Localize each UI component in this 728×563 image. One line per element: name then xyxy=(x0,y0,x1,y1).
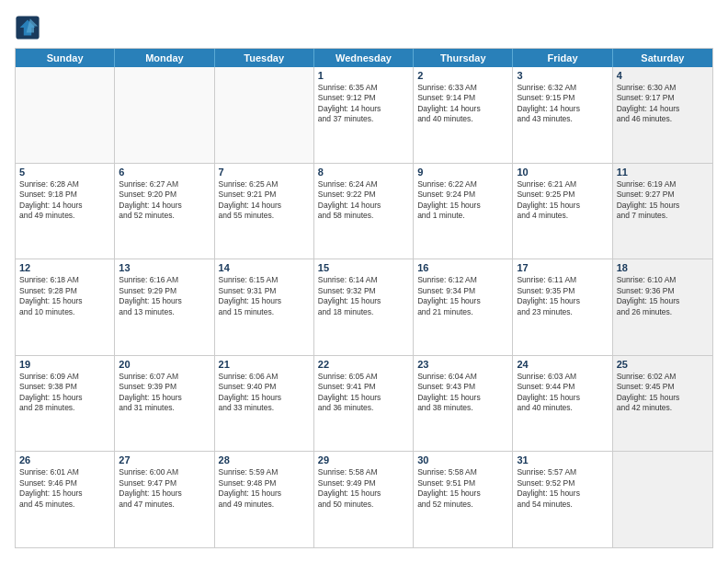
cell-text: Sunrise: 6:27 AM Sunset: 9:20 PM Dayligh… xyxy=(119,179,210,222)
day-number: 10 xyxy=(517,167,608,178)
day-number: 31 xyxy=(517,454,608,465)
day-number: 17 xyxy=(517,262,608,273)
cell-text: Sunrise: 6:25 AM Sunset: 9:21 PM Dayligh… xyxy=(219,179,310,222)
cell-text: Sunrise: 6:01 AM Sunset: 9:46 PM Dayligh… xyxy=(19,467,110,510)
cal-cell-day-23: 23Sunrise: 6:04 AM Sunset: 9:43 PM Dayli… xyxy=(414,356,513,452)
header xyxy=(15,15,713,40)
cal-cell-day-16: 16Sunrise: 6:12 AM Sunset: 9:34 PM Dayli… xyxy=(414,259,513,355)
header-day-tuesday: Tuesday xyxy=(215,49,314,67)
cal-cell-day-13: 13Sunrise: 6:16 AM Sunset: 9:29 PM Dayli… xyxy=(115,259,214,355)
day-number: 25 xyxy=(617,359,709,370)
cal-cell-day-30: 30Sunrise: 5:58 AM Sunset: 9:51 PM Dayli… xyxy=(414,452,513,547)
logo xyxy=(15,15,44,40)
cal-cell-day-27: 27Sunrise: 6:00 AM Sunset: 9:47 PM Dayli… xyxy=(115,452,214,547)
cal-cell-day-29: 29Sunrise: 5:58 AM Sunset: 9:49 PM Dayli… xyxy=(314,452,414,547)
cell-text: Sunrise: 6:35 AM Sunset: 9:12 PM Dayligh… xyxy=(318,83,409,125)
cell-text: Sunrise: 6:21 AM Sunset: 9:25 PM Dayligh… xyxy=(517,179,608,222)
cell-text: Sunrise: 6:02 AM Sunset: 9:45 PM Dayligh… xyxy=(617,372,709,414)
cal-cell-day-14: 14Sunrise: 6:15 AM Sunset: 9:31 PM Dayli… xyxy=(215,259,314,355)
cal-cell-day-1: 1Sunrise: 6:35 AM Sunset: 9:12 PM Daylig… xyxy=(314,67,414,163)
day-number: 1 xyxy=(318,70,409,81)
day-number: 20 xyxy=(119,359,210,370)
cell-text: Sunrise: 5:58 AM Sunset: 9:51 PM Dayligh… xyxy=(417,467,508,510)
day-number: 6 xyxy=(119,167,210,178)
logo-icon xyxy=(15,15,40,40)
day-number: 18 xyxy=(617,262,709,273)
day-number: 30 xyxy=(417,454,508,465)
day-number: 3 xyxy=(517,70,608,81)
cal-cell-day-2: 2Sunrise: 6:33 AM Sunset: 9:14 PM Daylig… xyxy=(414,67,513,163)
day-number: 7 xyxy=(219,167,310,178)
calendar-body: 1Sunrise: 6:35 AM Sunset: 9:12 PM Daylig… xyxy=(16,67,712,547)
cell-text: Sunrise: 6:22 AM Sunset: 9:24 PM Dayligh… xyxy=(417,179,508,222)
cell-text: Sunrise: 6:00 AM Sunset: 9:47 PM Dayligh… xyxy=(119,467,210,510)
cal-cell-day-5: 5Sunrise: 6:28 AM Sunset: 9:18 PM Daylig… xyxy=(16,164,115,259)
cell-text: Sunrise: 6:09 AM Sunset: 9:38 PM Dayligh… xyxy=(19,372,110,414)
cell-text: Sunrise: 6:33 AM Sunset: 9:14 PM Dayligh… xyxy=(417,83,508,125)
cell-text: Sunrise: 6:07 AM Sunset: 9:39 PM Dayligh… xyxy=(119,372,210,414)
cell-text: Sunrise: 6:05 AM Sunset: 9:41 PM Dayligh… xyxy=(318,372,409,414)
cal-cell-day-4: 4Sunrise: 6:30 AM Sunset: 9:17 PM Daylig… xyxy=(613,67,712,163)
cal-cell-empty xyxy=(115,67,214,163)
header-day-saturday: Saturday xyxy=(613,49,712,67)
day-number: 15 xyxy=(318,262,409,273)
cal-cell-day-31: 31Sunrise: 5:57 AM Sunset: 9:52 PM Dayli… xyxy=(513,452,612,547)
day-number: 28 xyxy=(219,454,310,465)
cal-cell-day-28: 28Sunrise: 5:59 AM Sunset: 9:48 PM Dayli… xyxy=(215,452,314,547)
day-number: 29 xyxy=(318,454,409,465)
day-number: 16 xyxy=(417,262,508,273)
cell-text: Sunrise: 6:12 AM Sunset: 9:34 PM Dayligh… xyxy=(417,275,508,317)
day-number: 14 xyxy=(219,262,310,273)
cell-text: Sunrise: 6:10 AM Sunset: 9:36 PM Dayligh… xyxy=(617,275,709,317)
cell-text: Sunrise: 5:58 AM Sunset: 9:49 PM Dayligh… xyxy=(318,467,409,510)
day-number: 11 xyxy=(617,167,709,178)
cal-cell-day-19: 19Sunrise: 6:09 AM Sunset: 9:38 PM Dayli… xyxy=(16,356,115,452)
day-number: 2 xyxy=(417,70,508,81)
day-number: 13 xyxy=(119,262,210,273)
cal-cell-day-25: 25Sunrise: 6:02 AM Sunset: 9:45 PM Dayli… xyxy=(613,356,712,452)
cal-row-4: 26Sunrise: 6:01 AM Sunset: 9:46 PM Dayli… xyxy=(16,451,712,547)
cal-cell-day-8: 8Sunrise: 6:24 AM Sunset: 9:22 PM Daylig… xyxy=(314,164,414,259)
cal-cell-day-21: 21Sunrise: 6:06 AM Sunset: 9:40 PM Dayli… xyxy=(215,356,314,452)
cal-cell-day-7: 7Sunrise: 6:25 AM Sunset: 9:21 PM Daylig… xyxy=(215,164,314,259)
cal-cell-day-18: 18Sunrise: 6:10 AM Sunset: 9:36 PM Dayli… xyxy=(613,259,712,355)
cal-cell-day-12: 12Sunrise: 6:18 AM Sunset: 9:28 PM Dayli… xyxy=(16,259,115,355)
cal-cell-day-26: 26Sunrise: 6:01 AM Sunset: 9:46 PM Dayli… xyxy=(16,452,115,547)
cell-text: Sunrise: 6:28 AM Sunset: 9:18 PM Dayligh… xyxy=(19,179,110,222)
header-day-thursday: Thursday xyxy=(414,49,513,67)
header-day-monday: Monday xyxy=(115,49,214,67)
header-day-friday: Friday xyxy=(513,49,612,67)
cal-row-2: 12Sunrise: 6:18 AM Sunset: 9:28 PM Dayli… xyxy=(16,259,712,355)
cell-text: Sunrise: 6:16 AM Sunset: 9:29 PM Dayligh… xyxy=(119,275,210,317)
day-number: 19 xyxy=(19,359,110,370)
cell-text: Sunrise: 6:19 AM Sunset: 9:27 PM Dayligh… xyxy=(617,179,709,222)
cal-cell-day-20: 20Sunrise: 6:07 AM Sunset: 9:39 PM Dayli… xyxy=(115,356,214,452)
cell-text: Sunrise: 5:59 AM Sunset: 9:48 PM Dayligh… xyxy=(219,467,310,510)
cal-cell-empty xyxy=(16,67,115,163)
cal-cell-day-10: 10Sunrise: 6:21 AM Sunset: 9:25 PM Dayli… xyxy=(513,164,612,259)
day-number: 22 xyxy=(318,359,409,370)
page: SundayMondayTuesdayWednesdayThursdayFrid… xyxy=(0,0,728,563)
cal-cell-empty xyxy=(215,67,314,163)
day-number: 4 xyxy=(617,70,709,81)
cell-text: Sunrise: 6:06 AM Sunset: 9:40 PM Dayligh… xyxy=(219,372,310,414)
calendar: SundayMondayTuesdayWednesdayThursdayFrid… xyxy=(15,48,713,548)
cell-text: Sunrise: 6:11 AM Sunset: 9:35 PM Dayligh… xyxy=(517,275,608,317)
header-day-sunday: Sunday xyxy=(16,49,115,67)
header-day-wednesday: Wednesday xyxy=(314,49,414,67)
cal-cell-day-22: 22Sunrise: 6:05 AM Sunset: 9:41 PM Dayli… xyxy=(314,356,414,452)
cal-cell-day-11: 11Sunrise: 6:19 AM Sunset: 9:27 PM Dayli… xyxy=(613,164,712,259)
day-number: 27 xyxy=(119,454,210,465)
cell-text: Sunrise: 6:18 AM Sunset: 9:28 PM Dayligh… xyxy=(19,275,110,317)
cell-text: Sunrise: 6:15 AM Sunset: 9:31 PM Dayligh… xyxy=(219,275,310,317)
cell-text: Sunrise: 6:03 AM Sunset: 9:44 PM Dayligh… xyxy=(517,372,608,414)
cal-row-0: 1Sunrise: 6:35 AM Sunset: 9:12 PM Daylig… xyxy=(16,67,712,163)
cell-text: Sunrise: 6:24 AM Sunset: 9:22 PM Dayligh… xyxy=(318,179,409,222)
cal-cell-empty xyxy=(613,452,712,547)
day-number: 26 xyxy=(19,454,110,465)
cell-text: Sunrise: 6:04 AM Sunset: 9:43 PM Dayligh… xyxy=(417,372,508,414)
day-number: 9 xyxy=(417,167,508,178)
day-number: 23 xyxy=(417,359,508,370)
day-number: 21 xyxy=(219,359,310,370)
cal-cell-day-24: 24Sunrise: 6:03 AM Sunset: 9:44 PM Dayli… xyxy=(513,356,612,452)
